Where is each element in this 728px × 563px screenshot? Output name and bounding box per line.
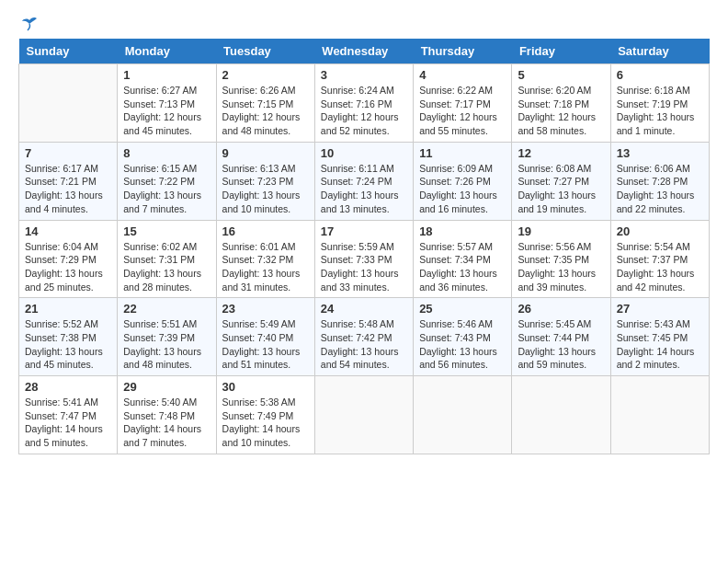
calendar-cell: 27Sunrise: 5:43 AM Sunset: 7:45 PM Dayli…	[610, 298, 709, 376]
day-info: Sunrise: 6:27 AM Sunset: 7:13 PM Dayligh…	[123, 84, 210, 138]
day-info: Sunrise: 6:02 AM Sunset: 7:31 PM Dayligh…	[123, 240, 210, 294]
day-info: Sunrise: 6:17 AM Sunset: 7:21 PM Dayligh…	[25, 162, 111, 216]
day-info: Sunrise: 6:22 AM Sunset: 7:17 PM Dayligh…	[419, 84, 506, 138]
day-info: Sunrise: 6:26 AM Sunset: 7:15 PM Dayligh…	[222, 84, 309, 138]
day-info: Sunrise: 6:13 AM Sunset: 7:23 PM Dayligh…	[222, 162, 309, 216]
calendar-week-row: 1Sunrise: 6:27 AM Sunset: 7:13 PM Daylig…	[19, 64, 710, 143]
calendar-cell: 24Sunrise: 5:48 AM Sunset: 7:42 PM Dayli…	[314, 298, 413, 376]
calendar-cell: 28Sunrise: 5:41 AM Sunset: 7:47 PM Dayli…	[19, 376, 118, 454]
calendar-cell: 12Sunrise: 6:08 AM Sunset: 7:27 PM Dayli…	[512, 142, 610, 220]
calendar-cell: 25Sunrise: 5:46 AM Sunset: 7:43 PM Dayli…	[414, 298, 512, 376]
calendar-week-row: 28Sunrise: 5:41 AM Sunset: 7:47 PM Dayli…	[19, 376, 710, 454]
calendar-cell: 16Sunrise: 6:01 AM Sunset: 7:32 PM Dayli…	[216, 220, 314, 298]
day-number: 24	[321, 302, 407, 316]
calendar-cell: 3Sunrise: 6:24 AM Sunset: 7:16 PM Daylig…	[314, 64, 413, 143]
day-info: Sunrise: 6:06 AM Sunset: 7:28 PM Dayligh…	[617, 162, 703, 216]
day-number: 10	[321, 146, 407, 160]
calendar-cell: 14Sunrise: 6:04 AM Sunset: 7:29 PM Dayli…	[19, 220, 118, 298]
day-number: 21	[25, 302, 111, 316]
calendar-cell: 9Sunrise: 6:13 AM Sunset: 7:23 PM Daylig…	[216, 142, 314, 220]
calendar-cell: 6Sunrise: 6:18 AM Sunset: 7:19 PM Daylig…	[610, 64, 709, 143]
day-number: 8	[123, 146, 210, 160]
column-header-wednesday: Wednesday	[314, 39, 413, 64]
logo-bird-icon	[20, 15, 40, 35]
calendar-cell: 1Sunrise: 6:27 AM Sunset: 7:13 PM Daylig…	[118, 64, 216, 143]
day-info: Sunrise: 5:52 AM Sunset: 7:38 PM Dayligh…	[25, 317, 111, 372]
day-number: 12	[518, 146, 604, 160]
day-info: Sunrise: 6:20 AM Sunset: 7:18 PM Dayligh…	[518, 84, 604, 138]
day-info: Sunrise: 5:48 AM Sunset: 7:42 PM Dayligh…	[321, 317, 407, 372]
calendar-cell: 22Sunrise: 5:51 AM Sunset: 7:39 PM Dayli…	[118, 298, 216, 376]
day-number: 23	[222, 302, 309, 316]
day-number: 18	[419, 224, 506, 238]
day-number: 9	[222, 146, 309, 160]
day-number: 15	[123, 224, 210, 238]
day-number: 16	[222, 224, 309, 238]
day-info: Sunrise: 6:04 AM Sunset: 7:29 PM Dayligh…	[25, 240, 111, 294]
calendar-cell: 23Sunrise: 5:49 AM Sunset: 7:40 PM Dayli…	[216, 298, 314, 376]
day-info: Sunrise: 5:43 AM Sunset: 7:45 PM Dayligh…	[617, 317, 703, 372]
day-info: Sunrise: 5:59 AM Sunset: 7:33 PM Dayligh…	[321, 240, 407, 294]
day-info: Sunrise: 6:08 AM Sunset: 7:27 PM Dayligh…	[518, 162, 604, 216]
column-header-monday: Monday	[118, 39, 216, 64]
day-info: Sunrise: 5:38 AM Sunset: 7:49 PM Dayligh…	[222, 396, 309, 450]
day-number: 14	[25, 224, 111, 238]
day-info: Sunrise: 5:45 AM Sunset: 7:44 PM Dayligh…	[518, 317, 604, 372]
calendar-cell: 18Sunrise: 5:57 AM Sunset: 7:34 PM Dayli…	[414, 220, 512, 298]
day-info: Sunrise: 6:09 AM Sunset: 7:26 PM Dayligh…	[419, 162, 506, 216]
calendar-cell	[414, 376, 512, 454]
calendar-cell	[610, 376, 709, 454]
column-header-tuesday: Tuesday	[216, 39, 314, 64]
day-info: Sunrise: 5:40 AM Sunset: 7:48 PM Dayligh…	[123, 396, 210, 450]
column-header-thursday: Thursday	[414, 39, 512, 64]
calendar-cell: 26Sunrise: 5:45 AM Sunset: 7:44 PM Dayli…	[512, 298, 610, 376]
calendar-week-row: 7Sunrise: 6:17 AM Sunset: 7:21 PM Daylig…	[19, 142, 710, 220]
calendar-cell: 11Sunrise: 6:09 AM Sunset: 7:26 PM Dayli…	[414, 142, 512, 220]
calendar-cell: 10Sunrise: 6:11 AM Sunset: 7:24 PM Dayli…	[314, 142, 413, 220]
day-info: Sunrise: 6:24 AM Sunset: 7:16 PM Dayligh…	[321, 84, 407, 138]
day-number: 11	[419, 146, 506, 160]
day-number: 27	[617, 302, 703, 316]
day-number: 25	[419, 302, 506, 316]
column-header-sunday: Sunday	[19, 39, 118, 64]
day-number: 19	[518, 224, 604, 238]
day-number: 3	[321, 68, 407, 82]
calendar-cell: 20Sunrise: 5:54 AM Sunset: 7:37 PM Dayli…	[610, 220, 709, 298]
day-info: Sunrise: 5:54 AM Sunset: 7:37 PM Dayligh…	[617, 240, 703, 294]
calendar-cell: 8Sunrise: 6:15 AM Sunset: 7:22 PM Daylig…	[118, 142, 216, 220]
day-info: Sunrise: 6:01 AM Sunset: 7:32 PM Dayligh…	[222, 240, 309, 294]
day-info: Sunrise: 5:41 AM Sunset: 7:47 PM Dayligh…	[25, 396, 111, 450]
calendar-cell	[512, 376, 610, 454]
logo	[18, 18, 40, 29]
calendar-cell: 4Sunrise: 6:22 AM Sunset: 7:17 PM Daylig…	[414, 64, 512, 143]
day-number: 20	[617, 224, 703, 238]
calendar-cell: 21Sunrise: 5:52 AM Sunset: 7:38 PM Dayli…	[19, 298, 118, 376]
day-number: 28	[25, 380, 111, 394]
calendar-cell	[19, 64, 118, 143]
calendar-cell: 2Sunrise: 6:26 AM Sunset: 7:15 PM Daylig…	[216, 64, 314, 143]
day-info: Sunrise: 6:15 AM Sunset: 7:22 PM Dayligh…	[123, 162, 210, 216]
calendar-cell: 7Sunrise: 6:17 AM Sunset: 7:21 PM Daylig…	[19, 142, 118, 220]
day-number: 4	[419, 68, 506, 82]
day-number: 5	[518, 68, 604, 82]
calendar-cell: 17Sunrise: 5:59 AM Sunset: 7:33 PM Dayli…	[314, 220, 413, 298]
day-number: 29	[123, 380, 210, 394]
calendar-cell: 13Sunrise: 6:06 AM Sunset: 7:28 PM Dayli…	[610, 142, 709, 220]
column-header-saturday: Saturday	[610, 39, 709, 64]
calendar-cell: 19Sunrise: 5:56 AM Sunset: 7:35 PM Dayli…	[512, 220, 610, 298]
calendar-cell: 29Sunrise: 5:40 AM Sunset: 7:48 PM Dayli…	[118, 376, 216, 454]
day-number: 17	[321, 224, 407, 238]
day-number: 6	[617, 68, 703, 82]
day-number: 22	[123, 302, 210, 316]
calendar-cell: 30Sunrise: 5:38 AM Sunset: 7:49 PM Dayli…	[216, 376, 314, 454]
day-info: Sunrise: 5:57 AM Sunset: 7:34 PM Dayligh…	[419, 240, 506, 294]
day-info: Sunrise: 5:49 AM Sunset: 7:40 PM Dayligh…	[222, 317, 309, 372]
day-number: 26	[518, 302, 604, 316]
calendar-table: SundayMondayTuesdayWednesdayThursdayFrid…	[18, 39, 710, 454]
day-number: 1	[123, 68, 210, 82]
page-header	[18, 18, 710, 29]
day-number: 30	[222, 380, 309, 394]
day-number: 2	[222, 68, 309, 82]
column-header-friday: Friday	[512, 39, 610, 64]
day-info: Sunrise: 5:56 AM Sunset: 7:35 PM Dayligh…	[518, 240, 604, 294]
